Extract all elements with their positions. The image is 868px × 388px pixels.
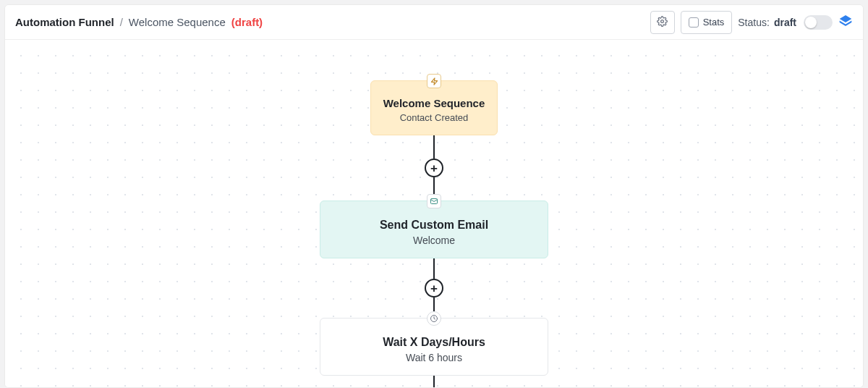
- breadcrumb-status-tag: (draft): [231, 16, 263, 28]
- publish-toggle[interactable]: [804, 15, 833, 30]
- breadcrumb-root[interactable]: Automation Funnel: [15, 16, 114, 28]
- breadcrumb: Automation Funnel / Welcome Sequence (dr…: [15, 16, 263, 28]
- status-indicator: Status: draft: [738, 15, 833, 30]
- email-node-subtitle: Welcome: [332, 235, 536, 246]
- flow-edge: [433, 135, 435, 159]
- email-node-title: Send Custom Email: [332, 219, 536, 232]
- settings-button[interactable]: [650, 11, 675, 34]
- status-prefix: Status:: [738, 17, 770, 28]
- status-value: draft: [774, 17, 796, 28]
- breadcrumb-separator: /: [120, 16, 123, 28]
- wait-node-subtitle: Wait 6 hours: [332, 352, 536, 363]
- flow-canvas[interactable]: Welcome Sequence Contact Created + Send …: [5, 40, 863, 387]
- svg-point-0: [661, 20, 664, 22]
- add-step-button[interactable]: +: [425, 159, 443, 177]
- flow-edge: [433, 376, 435, 388]
- stats-toggle-button[interactable]: Stats: [681, 11, 733, 34]
- wait-node-title: Wait X Days/Hours: [332, 336, 536, 349]
- bolt-icon: [427, 74, 441, 88]
- flow-column: Welcome Sequence Contact Created + Send …: [320, 80, 548, 388]
- stats-label: Stats: [703, 17, 725, 28]
- clock-icon: [427, 311, 441, 326]
- help-button[interactable]: [838, 15, 853, 30]
- trigger-title: Welcome Sequence: [383, 97, 485, 109]
- stats-checkbox: [689, 17, 699, 28]
- automation-canvas-panel: Automation Funnel / Welcome Sequence (dr…: [4, 4, 864, 388]
- gear-icon: [657, 16, 668, 29]
- add-step-button[interactable]: +: [425, 279, 443, 298]
- mail-icon: [427, 194, 441, 208]
- trigger-subtitle: Contact Created: [383, 112, 485, 123]
- send-email-node[interactable]: Send Custom Email Welcome: [320, 201, 548, 258]
- editor-header: Automation Funnel / Welcome Sequence (dr…: [5, 5, 863, 40]
- breadcrumb-funnel-name[interactable]: Welcome Sequence: [129, 16, 226, 28]
- trigger-node[interactable]: Welcome Sequence Contact Created: [370, 80, 498, 135]
- wait-node[interactable]: Wait X Days/Hours Wait 6 hours: [320, 318, 548, 376]
- svg-marker-1: [431, 77, 437, 84]
- flow-edge: [433, 258, 435, 279]
